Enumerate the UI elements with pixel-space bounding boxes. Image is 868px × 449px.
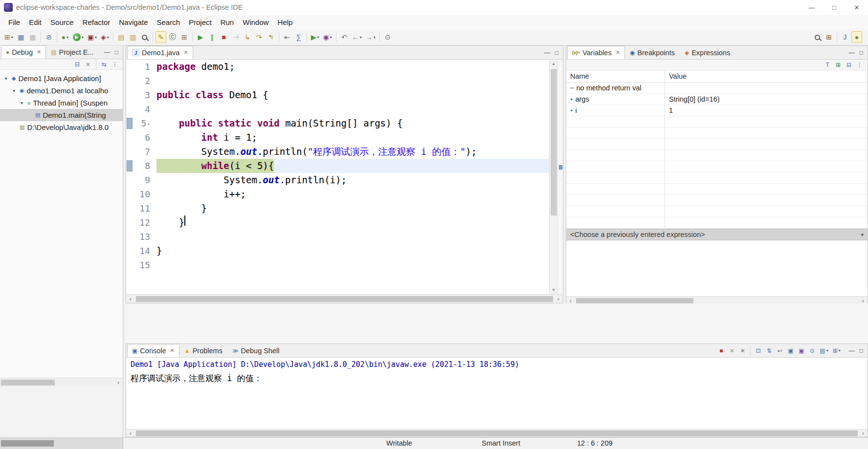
code-line-10[interactable]: 10 i++; xyxy=(126,187,549,201)
resume-icon[interactable]: ▶ xyxy=(195,31,206,43)
tab-project-explorer[interactable]: ▤ Project E... xyxy=(46,45,98,59)
console-hscroll[interactable]: ‹ › xyxy=(126,429,868,437)
code-text[interactable]: } xyxy=(155,215,549,230)
step-over-icon[interactable]: ↷ xyxy=(254,31,265,43)
scroll-right-icon[interactable]: › xyxy=(554,295,563,302)
menu-edit[interactable]: Edit xyxy=(24,16,46,28)
editor-vscroll[interactable]: ▲ ▼ xyxy=(549,60,557,294)
minimize-icon[interactable]: — xyxy=(104,49,110,56)
window-maximize-button[interactable]: □ xyxy=(823,0,846,15)
scroll-down-icon[interactable]: ▼ xyxy=(552,286,556,294)
code-text[interactable]: package demo1; xyxy=(155,60,549,74)
maximize-icon[interactable]: □ xyxy=(860,347,863,354)
annotation-ruler[interactable] xyxy=(126,74,133,88)
code-lines[interactable]: 1package demo1;23public class Demo1 {45∘… xyxy=(126,60,549,294)
scroll-right-icon[interactable]: › xyxy=(114,379,123,386)
code-text[interactable]: } xyxy=(155,201,549,215)
show-type-names-icon[interactable]: T xyxy=(823,61,832,69)
tree-item-thread[interactable]: ▾≡Thread [main] (Suspen xyxy=(0,97,123,109)
code-line-11[interactable]: 11 } xyxy=(126,201,549,215)
console-output[interactable]: Demo1 [Java Application] D:\Develop\Java… xyxy=(126,358,868,429)
code-line-9[interactable]: 9 System.out.println(i); xyxy=(126,173,549,187)
tab-breakpoints[interactable]: ◉ Breakpoints xyxy=(625,46,680,59)
mark-occurrences-icon[interactable]: ✎ xyxy=(156,31,166,43)
code-text[interactable] xyxy=(155,230,549,244)
tab-variables[interactable]: (x)= Variables ✕ xyxy=(567,46,625,59)
annotation-ruler[interactable] xyxy=(126,159,133,173)
new-java-class-icon[interactable]: Ⓒ xyxy=(167,31,178,43)
code-text[interactable] xyxy=(155,258,549,272)
run-icon[interactable]: ▶▾ xyxy=(71,31,85,43)
code-text[interactable]: public class Demo1 { xyxy=(155,88,549,102)
close-icon[interactable]: ✕ xyxy=(183,49,188,56)
profile-icon[interactable]: ◉▾ xyxy=(322,31,334,43)
column-header-name[interactable]: Name xyxy=(566,70,665,82)
menu-file[interactable]: File xyxy=(4,16,24,28)
tab-expressions[interactable]: ◈ Expressions xyxy=(680,46,735,59)
scrollbar-thumb[interactable] xyxy=(136,430,858,436)
remove-all-terminated-launches-icon[interactable]: ✕ xyxy=(84,60,92,69)
open-file-icon[interactable]: ▥ xyxy=(128,31,138,43)
tree-item-java-application[interactable]: ▾◆Demo1 [Java Application] xyxy=(0,72,123,85)
code-line-6[interactable]: 6 int i = 1; xyxy=(126,130,549,145)
step-into-icon[interactable]: ↳ xyxy=(242,31,253,43)
show-logical-structures-icon[interactable]: ⊞ xyxy=(834,61,843,69)
tree-collapse-icon[interactable]: ▾ xyxy=(3,76,9,81)
annotation-ruler[interactable] xyxy=(126,145,133,159)
step-return-icon[interactable]: ↰ xyxy=(266,31,276,43)
code-text[interactable]: } xyxy=(155,244,549,258)
scroll-right-icon[interactable]: › xyxy=(859,429,868,437)
code-line-15[interactable]: 15 xyxy=(126,258,549,272)
previous-edit-location-icon[interactable]: ↶ xyxy=(339,31,350,43)
tab-demo1-java[interactable]: J Demo1.java ✕ xyxy=(127,46,193,59)
scrollbar-thumb[interactable] xyxy=(136,296,553,302)
annotation-ruler[interactable] xyxy=(126,258,133,272)
annotation-ruler[interactable] xyxy=(126,88,133,102)
variables-detail-pane[interactable] xyxy=(566,240,868,296)
code-line-4[interactable]: 4 xyxy=(126,102,549,116)
search-icon[interactable] xyxy=(139,31,150,43)
annotation-ruler[interactable] xyxy=(126,230,133,244)
pin-editor-icon[interactable]: ⊙ xyxy=(382,31,393,43)
menu-source[interactable]: Source xyxy=(46,16,78,28)
use-step-filters-icon[interactable]: ∑ xyxy=(293,31,304,43)
code-text[interactable]: System.out.println(i); xyxy=(155,173,549,187)
maximize-icon[interactable]: □ xyxy=(860,49,863,56)
tab-debug[interactable]: ● Debug ✕ xyxy=(1,45,46,59)
clear-console-icon[interactable]: ⊡ xyxy=(754,346,763,356)
menu-help[interactable]: Help xyxy=(273,16,297,28)
close-icon[interactable]: ✕ xyxy=(616,49,620,56)
debug-panel-hscroll[interactable]: › xyxy=(0,378,123,386)
variable-row-i[interactable]: ●i1 xyxy=(566,105,868,116)
menu-window[interactable]: Window xyxy=(238,16,273,28)
code-line-14[interactable]: 14} xyxy=(126,244,549,258)
code-line-3[interactable]: 3public class Demo1 { xyxy=(126,88,549,102)
annotation-ruler[interactable] xyxy=(126,60,133,74)
debug-icon[interactable]: ●▾ xyxy=(60,31,70,43)
tree-item-stack-frame[interactable]: ▤Demo1.main(String xyxy=(0,109,123,121)
tree-item-jre-library[interactable]: ▥D:\Develop\Java\jdk1.8.0 xyxy=(0,121,123,133)
coverage-icon[interactable]: ▣▾ xyxy=(86,31,98,43)
maximize-icon[interactable]: □ xyxy=(115,49,118,56)
suspend-icon[interactable]: ∥ xyxy=(207,31,218,43)
debug-view-menu-icon[interactable]: ⋮ xyxy=(111,60,119,69)
collapse-all-icon[interactable]: ⊟ xyxy=(845,61,853,69)
open-console-icon[interactable]: ⊞▾ xyxy=(831,346,842,356)
code-line-12[interactable]: 12 } xyxy=(126,215,549,230)
variables-view-menu-icon[interactable]: ⋮ xyxy=(855,61,864,69)
annotation-ruler[interactable] xyxy=(126,244,133,258)
drop-to-frame-icon[interactable]: ⇤ xyxy=(282,31,292,43)
link-with-editor-icon[interactable]: ⇆ xyxy=(100,60,109,69)
menu-project[interactable]: Project xyxy=(184,16,216,28)
expression-input-bar[interactable]: <Choose a previously entered expression>… xyxy=(566,229,868,240)
maximize-icon[interactable]: □ xyxy=(555,49,558,56)
annotation-ruler[interactable] xyxy=(126,215,133,230)
code-line-7[interactable]: 7 System.out.println("程序调试演示，注意观察 i 的值："… xyxy=(126,145,549,159)
tab-debug-shell[interactable]: ≫ Debug Shell xyxy=(227,344,285,357)
minimize-icon[interactable]: — xyxy=(849,49,855,56)
code-text[interactable] xyxy=(155,74,549,88)
debug-perspective-icon[interactable]: ● xyxy=(851,31,862,43)
tab-problems[interactable]: ▲ Problems xyxy=(179,344,227,357)
save-all-icon[interactable]: ▦ xyxy=(27,31,38,43)
scroll-left-icon[interactable]: ‹ xyxy=(126,295,135,302)
